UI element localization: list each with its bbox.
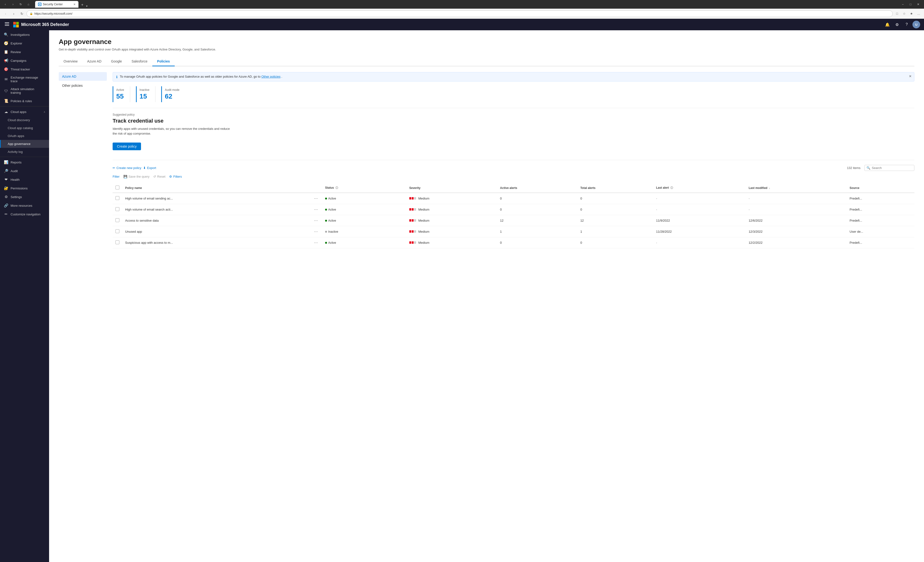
search-input[interactable] (872, 166, 912, 170)
sidebar-item-activity-log[interactable]: Activity log (0, 148, 49, 156)
home-button[interactable]: ⌂ (25, 1, 32, 7)
sidebar-item-audit[interactable]: 🔎 Audit (0, 167, 49, 175)
th-last-modified[interactable]: Last modified ↓ (746, 183, 847, 193)
cell-last-alert-2: 11/9/2022 (653, 215, 746, 226)
row-2-checkbox[interactable] (116, 218, 119, 222)
tab-google[interactable]: Google (106, 57, 127, 66)
cell-last-alert-0: - (653, 193, 746, 204)
th-policy-name[interactable]: Policy name (122, 183, 310, 193)
th-status[interactable]: Status ⓘ (322, 183, 406, 193)
settings-button[interactable]: ⚙ (893, 21, 901, 28)
sidebar-label-customize-nav: Customize navigation (10, 212, 45, 216)
sidebar-label-policies: Policies & rules (10, 99, 45, 103)
sidebar-item-policies[interactable]: 📜 Policies & rules (0, 97, 49, 105)
close-window-button[interactable]: ✕ (914, 1, 922, 8)
other-policies-link[interactable]: Other policies (261, 75, 280, 78)
sidebar-item-cloud-apps[interactable]: ☁ Cloud apps ∧ (0, 108, 49, 116)
sidebar-item-more-resources[interactable]: 🔗 More resources (0, 201, 49, 210)
sidebar-item-cloud-discovery[interactable]: Cloud discovery (0, 116, 49, 124)
row-1-checkbox[interactable] (116, 207, 119, 211)
stat-audit-mode-value: 62 (165, 93, 180, 100)
app-menu-button[interactable] (4, 21, 10, 28)
sidebar-item-permissions[interactable]: 🔐 Permissions (0, 184, 49, 193)
sidebar-item-attack-sim[interactable]: 🛡 Attack simulation training (0, 85, 49, 97)
filters-button[interactable]: ⚙ Filters (169, 174, 182, 179)
favorites-button[interactable]: ☆ (901, 10, 908, 17)
tab-azure-ad[interactable]: Azure AD (82, 57, 106, 66)
content-body: Azure AD Other policies ℹ To manage OAut… (59, 72, 914, 248)
forward-button[interactable]: › (10, 1, 16, 7)
sidebar-item-exchange[interactable]: ✉ Exchange message trace (0, 73, 49, 85)
row-3-checkbox[interactable] (116, 229, 119, 233)
tab-dropdown-button[interactable]: ▾ (86, 4, 88, 8)
sidebar-item-oauth-apps[interactable]: OAuth apps (0, 132, 49, 140)
row-0-checkbox[interactable] (116, 196, 119, 200)
browser-tools-button[interactable]: … (915, 10, 922, 17)
notifications-button[interactable]: 🔔 (884, 21, 891, 28)
row-3-actions-button[interactable]: ⋯ (313, 229, 319, 235)
tab-close-button[interactable]: ✕ (74, 3, 75, 6)
cell-last-modified-1: - (746, 204, 847, 215)
help-button[interactable]: ? (903, 21, 910, 28)
th-last-alert[interactable]: Last alert ⓘ (653, 183, 746, 193)
row-1-actions-button[interactable]: ⋯ (313, 207, 319, 212)
th-source[interactable]: Source (847, 183, 914, 193)
reset-button[interactable]: ↺ Reset (153, 174, 165, 179)
svg-rect-7 (16, 25, 19, 27)
export-button[interactable]: ⬇ Export (143, 165, 156, 171)
minimize-button[interactable]: – (899, 1, 907, 8)
sidebar-item-settings[interactable]: ⚙ Settings (0, 193, 49, 201)
sidebar-item-campaigns[interactable]: 📢 Campaigns (0, 56, 49, 65)
new-tab-button[interactable]: + (80, 2, 85, 8)
svg-rect-2 (5, 24, 9, 24)
sidebar-item-investigations[interactable]: 🔍 Investigations (0, 30, 49, 39)
tab-salesforce[interactable]: Salesforce (127, 57, 152, 66)
th-total-alerts[interactable]: Total alerts (578, 183, 653, 193)
th-active-alerts[interactable]: Active alerts (497, 183, 578, 193)
th-severity[interactable]: Severity (406, 183, 497, 193)
back-nav-button[interactable]: ‹ (2, 10, 9, 17)
row-0-actions-button[interactable]: ⋯ (313, 196, 319, 201)
cell-status-3: Inactive (322, 226, 406, 237)
sidebar-item-health[interactable]: ❤ Health (0, 175, 49, 184)
collections-button[interactable]: ★ (908, 10, 915, 17)
url-bar[interactable]: 🔒 https://security.microsoft.com/ (27, 10, 893, 17)
filter-button[interactable]: Filter (112, 174, 120, 179)
row-2-actions-button[interactable]: ⋯ (313, 218, 319, 223)
sidebar-item-threat-tracker[interactable]: 🎯 Threat tracker (0, 65, 49, 73)
tab-overview[interactable]: Overview (59, 57, 82, 66)
reading-view-button[interactable]: □ (894, 10, 900, 17)
sidebar-item-app-governance[interactable]: App governance (0, 140, 49, 148)
user-avatar[interactable]: U (912, 21, 920, 28)
row-4-actions-button[interactable]: ⋯ (313, 240, 319, 245)
sidebar-item-customize-nav[interactable]: ✏ Customize navigation (0, 210, 49, 218)
create-policy-button[interactable]: Create policy (112, 142, 141, 150)
policy-nav-other-policies[interactable]: Other policies (59, 81, 107, 90)
forward-nav-button[interactable]: › (10, 10, 17, 17)
search-box[interactable]: 🔍 (864, 165, 914, 171)
policy-nav-azure-ad[interactable]: Azure AD (59, 72, 107, 81)
stat-audit-mode-label: Audit mode (165, 88, 180, 91)
select-all-checkbox[interactable] (116, 185, 119, 190)
investigations-icon: 🔍 (4, 33, 8, 37)
reload-button[interactable]: ↻ (17, 1, 24, 7)
sidebar-item-reports[interactable]: 📊 Reports (0, 158, 49, 167)
page-title: App governance (59, 38, 914, 46)
save-query-button[interactable]: 💾 Save the query (123, 174, 149, 179)
back-button[interactable]: ‹ (2, 1, 9, 7)
reload-nav-button[interactable]: ↻ (18, 10, 26, 17)
cell-source-0: Predefi... (847, 193, 914, 204)
tab-policies[interactable]: Policies (152, 57, 175, 66)
sidebar-item-review[interactable]: 📋 Review (0, 48, 49, 56)
cell-name-1: High volume of email search acti... (122, 204, 310, 215)
row-4-checkbox[interactable] (116, 241, 119, 244)
address-bar-actions: □ ☆ ★ … (894, 10, 922, 17)
status-dot-3 (325, 231, 327, 233)
tab-favicon (38, 3, 41, 6)
sidebar-item-cloud-app-catalog[interactable]: Cloud app catalog (0, 124, 49, 132)
maximize-button[interactable]: □ (907, 1, 914, 8)
create-new-policy-button[interactable]: ✏ Create new policy (112, 165, 141, 171)
active-tab[interactable]: Security Center ✕ (35, 1, 78, 8)
info-banner-close-button[interactable]: ✕ (909, 74, 912, 78)
sidebar-item-explorer[interactable]: 🧭 Explorer (0, 39, 49, 48)
